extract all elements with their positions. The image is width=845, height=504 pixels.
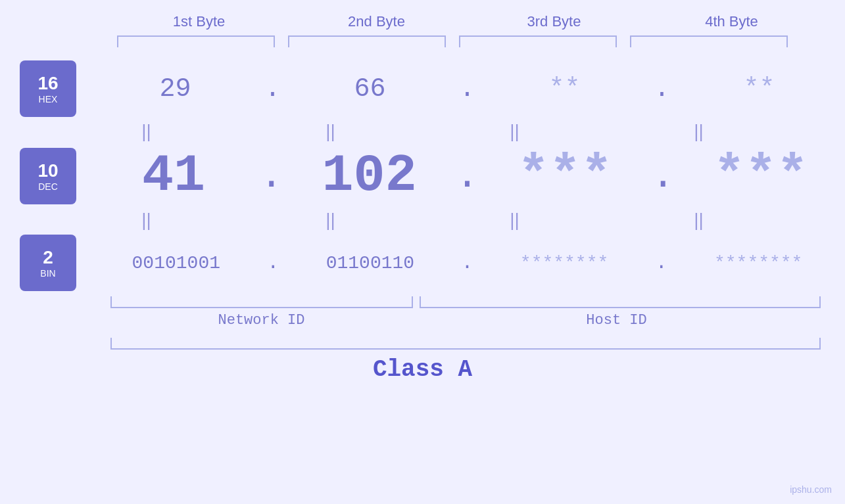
dec-badge: 10 DEC [20, 148, 76, 204]
eq5: || [68, 210, 226, 231]
dec-row: 10 DEC 41 . 102 . *** . *** [0, 146, 845, 206]
dec-badge-label: DEC [38, 181, 58, 192]
eq7: || [436, 210, 594, 231]
dot3: . [654, 74, 669, 104]
bracket-byte3 [459, 35, 617, 47]
dot-bin3: . [656, 252, 667, 274]
byte3-header: 3rd Byte [475, 13, 633, 30]
host-bracket [420, 296, 821, 308]
hex-badge-num: 16 [37, 73, 58, 94]
dec-byte3: *** [486, 146, 644, 206]
top-brackets [110, 35, 821, 47]
dec-byte2: 102 [291, 146, 448, 206]
dec-values: 41 . 102 . *** . *** [89, 146, 845, 206]
eq4: || [620, 121, 778, 142]
network-bracket [110, 296, 413, 308]
id-labels: Network ID Host ID [110, 312, 821, 329]
eq6: || [252, 210, 410, 231]
dec-byte4: *** [682, 146, 840, 206]
dot-dec3: . [651, 154, 675, 198]
bin-badge: 2 BIN [20, 235, 76, 291]
eq8: || [620, 210, 778, 231]
hex-byte1: 29 [96, 74, 254, 104]
hex-byte3: ** [485, 74, 643, 104]
watermark: ipshu.com [790, 484, 832, 495]
bracket-byte1 [117, 35, 275, 47]
hex-row: 16 HEX 29 . 66 . ** . ** [0, 60, 845, 117]
bottom-brackets [110, 296, 821, 308]
dot2: . [459, 74, 475, 104]
big-bottom-bracket [110, 338, 821, 350]
bin-byte2: 01100110 [291, 253, 449, 273]
hex-badge: 16 HEX [20, 60, 76, 117]
bin-badge-num: 2 [43, 247, 53, 268]
bin-byte1: 00101001 [97, 253, 255, 273]
eq2: || [252, 121, 410, 142]
dec-byte1: 41 [95, 146, 253, 206]
eq3: || [436, 121, 594, 142]
byte-headers: 1st Byte 2nd Byte 3rd Byte 4th Byte [110, 13, 821, 30]
bracket-byte2 [288, 35, 446, 47]
hex-values: 29 . 66 . ** . ** [89, 74, 845, 104]
dot-bin2: . [461, 252, 473, 274]
bin-row: 2 BIN 00101001 . 01100110 . ******** . *… [0, 235, 845, 291]
bin-byte3: ******** [485, 253, 643, 273]
hex-byte4: ** [680, 74, 838, 104]
eq1: || [68, 121, 226, 142]
hex-byte2: 66 [291, 74, 448, 104]
dot1: . [264, 74, 280, 104]
dec-badge-num: 10 [37, 160, 58, 181]
host-id-label: Host ID [413, 312, 821, 329]
equals-row-1: || || || || [55, 121, 791, 142]
dot-dec1: . [260, 154, 283, 198]
class-label: Class A [0, 356, 845, 383]
hex-badge-label: HEX [39, 94, 58, 104]
equals-row-2: || || || || [55, 210, 791, 231]
byte2-header: 2nd Byte [298, 13, 456, 30]
dot-dec2: . [455, 154, 479, 198]
bin-badge-label: BIN [40, 268, 55, 279]
bin-byte4: ******** [679, 253, 837, 273]
network-id-label: Network ID [110, 312, 413, 329]
byte4-header: 4th Byte [653, 13, 811, 30]
main-container: 1st Byte 2nd Byte 3rd Byte 4th Byte 16 H… [0, 0, 845, 504]
bin-values: 00101001 . 01100110 . ******** . *******… [89, 252, 845, 274]
byte1-header: 1st Byte [120, 13, 278, 30]
dot-bin1: . [267, 252, 279, 274]
bracket-byte4 [630, 35, 788, 47]
